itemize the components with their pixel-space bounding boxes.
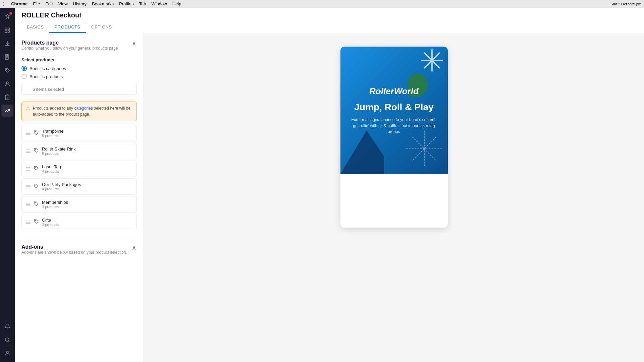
- clipboard-icon[interactable]: [1, 91, 13, 103]
- category-count: 2 products: [42, 223, 132, 227]
- category-item[interactable]: Roller Skate Rink 6 products: [21, 143, 137, 159]
- info-box-text: Products added to any categories selecte…: [33, 105, 132, 117]
- radio-categories-label: Specific categories: [30, 66, 66, 71]
- svg-point-8: [6, 351, 8, 353]
- chart-icon[interactable]: [1, 105, 13, 117]
- menu-edit[interactable]: Edit: [45, 1, 53, 6]
- categories-link[interactable]: categories: [74, 106, 93, 111]
- svg-point-10: [35, 131, 36, 132]
- category-name: Laser Tag: [42, 164, 132, 169]
- download-icon[interactable]: [1, 38, 13, 50]
- preview-title: Jump, Roll & Play: [354, 102, 434, 113]
- products-page-subtitle: Control what you show on your general pr…: [21, 46, 118, 51]
- svg-point-15: [35, 220, 36, 221]
- app-title: ROLLER Checkout: [21, 11, 637, 19]
- radio-circle-products: [21, 74, 27, 79]
- category-item[interactable]: Our Party Packages 4 products: [21, 178, 137, 195]
- search-icon[interactable]: [1, 334, 13, 346]
- dashed-star-svg: [404, 129, 444, 169]
- tag-category-icon: [34, 148, 39, 154]
- drag-handle[interactable]: [26, 167, 31, 171]
- svg-point-13: [35, 185, 36, 185]
- drag-handle[interactable]: [26, 203, 31, 206]
- category-info: Roller Skate Rink 6 products: [42, 146, 132, 156]
- category-info: Our Party Packages 4 products: [42, 182, 132, 191]
- menu-help[interactable]: Help: [172, 1, 181, 6]
- products-page-title: Products page: [21, 40, 118, 46]
- category-info: Gifts 2 products: [42, 218, 132, 227]
- category-info: Memberships 3 products: [42, 200, 132, 209]
- tag-icon[interactable]: [1, 64, 13, 76]
- tag-category-icon: [34, 219, 39, 225]
- tab-options[interactable]: OPTIONS: [86, 22, 117, 33]
- bell-icon[interactable]: [1, 320, 13, 333]
- menu-history[interactable]: History: [73, 1, 87, 6]
- header-tabs: BASICS PRODUCTS OPTIONS: [21, 22, 637, 33]
- snowflake-decoration: ✳: [419, 47, 444, 78]
- menu-bookmarks[interactable]: Bookmarks: [92, 1, 114, 6]
- menu-profiles[interactable]: Profiles: [119, 1, 133, 6]
- document-icon[interactable]: [1, 51, 13, 63]
- menu-tab[interactable]: Tab: [139, 1, 146, 6]
- category-item[interactable]: Gifts 2 products: [21, 214, 137, 230]
- app-name[interactable]: Chrome: [11, 1, 28, 6]
- category-name: Gifts: [42, 218, 132, 223]
- icon-sidebar: [0, 8, 15, 362]
- radio-products-label: Specific products: [30, 74, 63, 79]
- category-count: 4 products: [42, 169, 132, 173]
- preview-logo: RollerWorld: [369, 86, 419, 97]
- category-item[interactable]: Trampoline 5 products: [21, 125, 137, 141]
- collapse-products-button[interactable]: ∧: [131, 40, 137, 47]
- system-time: Sun 2 Oct 5:39 pm: [610, 2, 641, 6]
- svg-point-5: [6, 69, 7, 70]
- category-name: Our Party Packages: [42, 182, 132, 187]
- collapse-addons-button[interactable]: ∧: [131, 244, 137, 251]
- svg-rect-3: [8, 31, 10, 33]
- drag-handle[interactable]: [26, 149, 31, 153]
- category-count: 3 products: [42, 205, 132, 209]
- info-icon: ⚠: [26, 106, 30, 111]
- category-info: Laser Tag 4 products: [42, 164, 132, 173]
- category-search-input[interactable]: [21, 84, 137, 95]
- select-products-label: Select products: [21, 57, 137, 62]
- tag-category-icon: [34, 130, 39, 136]
- svg-rect-1: [8, 28, 10, 29]
- info-box: ⚠ Products added to any categories selec…: [21, 102, 137, 121]
- category-count: 5 products: [42, 134, 132, 138]
- svg-point-12: [35, 167, 36, 168]
- category-info: Trampoline 5 products: [42, 129, 132, 138]
- preview-body: [340, 174, 448, 228]
- svg-point-6: [6, 82, 8, 84]
- radio-specific-products[interactable]: Specific products: [21, 74, 137, 79]
- rocket-icon[interactable]: [1, 11, 13, 23]
- drag-handle[interactable]: [26, 221, 31, 224]
- dark-shape-svg: [340, 130, 384, 174]
- apple-menu[interactable]: : [3, 1, 4, 7]
- avatar-icon[interactable]: [1, 347, 13, 359]
- drag-handle[interactable]: [26, 132, 31, 135]
- tag-category-icon: [34, 201, 39, 207]
- left-panel: Products page Control what you show on y…: [15, 33, 144, 362]
- radio-specific-categories[interactable]: Specific categories: [21, 66, 137, 71]
- menu-window[interactable]: Window: [151, 1, 167, 6]
- app-header: ROLLER Checkout BASICS PRODUCTS OPTIONS: [15, 8, 644, 33]
- tab-basics[interactable]: BASICS: [21, 22, 49, 33]
- svg-point-11: [35, 149, 36, 150]
- svg-rect-2: [5, 31, 7, 33]
- menu-view[interactable]: View: [58, 1, 68, 6]
- menubar:  Chrome File Edit View History Bookmark…: [0, 0, 644, 8]
- menu-file[interactable]: File: [33, 1, 40, 6]
- tab-products[interactable]: PRODUCTS: [49, 22, 86, 33]
- preview-subtitle: Fun for all ages: bounce to your heart's…: [347, 117, 441, 135]
- grid-icon[interactable]: [1, 24, 13, 36]
- drag-handle[interactable]: [26, 185, 31, 188]
- tag-category-icon: [34, 184, 39, 189]
- category-item[interactable]: Laser Tag 4 products: [21, 161, 137, 177]
- category-count: 6 products: [42, 152, 132, 156]
- addons-subtitle: Add-ons are shown below based on your pr…: [21, 250, 127, 255]
- category-count: 4 products: [42, 187, 132, 191]
- category-name: Roller Skate Rink: [42, 146, 132, 152]
- category-item[interactable]: Memberships 3 products: [21, 196, 137, 213]
- person-icon[interactable]: [1, 78, 13, 90]
- radio-circle-categories: [21, 66, 27, 71]
